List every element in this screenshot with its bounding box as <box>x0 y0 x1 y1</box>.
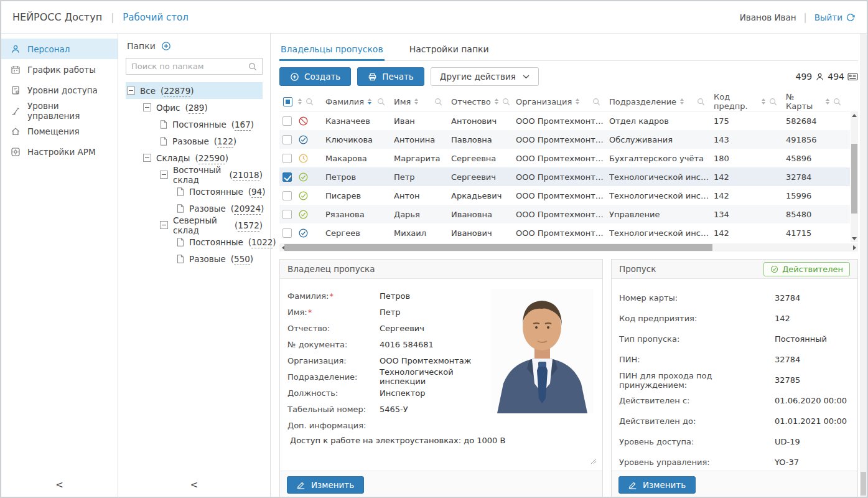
column-header[interactable]: Организация <box>516 97 609 106</box>
tab-label: Настройки папки <box>409 44 489 54</box>
column-search-icon[interactable] <box>434 98 442 106</box>
collapse-box-icon[interactable] <box>143 103 151 111</box>
sidebar-item[interactable]: График работы <box>1 59 118 80</box>
scroll-up-arrow[interactable] <box>851 111 858 119</box>
cell-last-name: Ключикова <box>325 135 394 144</box>
table-row[interactable]: Писарев Антон Аркадьевич ООО Промтехмонт… <box>279 186 850 205</box>
valid-check-icon <box>770 265 778 273</box>
page-scrollbar-thumb[interactable] <box>861 472 866 496</box>
column-header[interactable]: Код предпр. <box>714 92 786 111</box>
logout-button[interactable]: Выйти <box>814 12 856 22</box>
tree-item[interactable]: Все (22879) <box>126 82 263 99</box>
row-checkbox[interactable] <box>282 228 292 238</box>
table-vertical-scrollbar[interactable] <box>851 111 858 242</box>
table-row[interactable]: Казначеев Иван Антонович ООО Промтехмонт… <box>279 111 850 130</box>
column-header[interactable]: № Карты <box>786 92 850 111</box>
page-scrollbar[interactable] <box>860 34 867 497</box>
row-checkbox[interactable] <box>282 191 292 200</box>
create-button[interactable]: Создать <box>279 67 351 86</box>
column-search-icon[interactable] <box>769 98 777 106</box>
search-icon[interactable] <box>248 62 257 71</box>
vertical-scrollbar-thumb[interactable] <box>851 144 857 214</box>
collapse-box-icon[interactable] <box>143 154 151 162</box>
sort-icon[interactable] <box>762 98 765 105</box>
tree-item[interactable]: Постоянные (1022) <box>126 233 263 250</box>
print-button[interactable]: Печать <box>357 67 424 86</box>
tree-item[interactable]: Разовые (550) <box>126 250 263 267</box>
sidebar-item[interactable]: Персонал <box>1 39 118 59</box>
tree-item[interactable]: Разовые (122) <box>126 133 263 149</box>
tab[interactable]: Настройки папки <box>408 40 490 60</box>
sort-icon[interactable] <box>826 98 829 105</box>
tree-item[interactable]: Склады (22590) <box>126 149 263 166</box>
table-row[interactable]: Макарова Маргарита Сергеевна ООО Промтех… <box>279 149 850 167</box>
tree-item[interactable]: Разовые (20924) <box>126 200 263 217</box>
collapse-box-icon[interactable] <box>160 171 168 179</box>
select-all-checkbox[interactable] <box>283 97 292 106</box>
sort-icon[interactable] <box>680 98 684 105</box>
scroll-down-arrow[interactable] <box>851 235 858 242</box>
tree-item[interactable]: Северный склад (1572) <box>126 217 263 233</box>
file-icon <box>177 187 184 196</box>
tree-item[interactable]: Офис (289) <box>126 99 263 116</box>
scroll-right-arrow[interactable] <box>851 243 858 251</box>
column-search-icon[interactable] <box>592 98 600 106</box>
row-checkbox[interactable] <box>282 172 292 182</box>
field-row: Номер карты: 32784 <box>619 288 850 308</box>
tree-item[interactable]: Постоянные (94) <box>126 183 263 200</box>
table-row[interactable]: Сергеев Михаил Иванович ООО Промтехмонта… <box>279 223 850 242</box>
table-row[interactable]: Петров Петр Сергеевич ООО Промтехмонтаж … <box>279 167 850 186</box>
column-header-label: Организация <box>516 97 572 106</box>
column-search-icon[interactable] <box>697 98 705 106</box>
tree-item[interactable]: Восточный склад (21018) <box>126 166 263 183</box>
status-column-header[interactable] <box>298 98 325 106</box>
workspace-link[interactable]: Рабочий стол <box>123 12 189 23</box>
sort-icon[interactable] <box>414 98 418 105</box>
column-header[interactable]: Имя <box>394 97 451 106</box>
collapse-box-icon[interactable] <box>160 221 168 229</box>
cell-middle-name: Аркадьевич <box>451 191 516 200</box>
table-row[interactable]: Рязанова Дарья Ивановна ООО Промтехмонта… <box>279 205 850 223</box>
row-checkbox[interactable] <box>282 116 292 126</box>
column-search-icon[interactable] <box>306 98 314 106</box>
folders-collapse-icon[interactable]: < <box>118 479 270 491</box>
column-search-icon[interactable] <box>377 98 385 106</box>
field-value: Сергеевич <box>380 324 424 333</box>
column-search-icon[interactable] <box>833 98 841 106</box>
row-checkbox[interactable] <box>282 154 292 163</box>
collapse-box-icon[interactable] <box>127 87 135 95</box>
sidebar-item[interactable]: Помещения <box>1 121 118 141</box>
horizontal-scrollbar-thumb[interactable] <box>284 244 712 251</box>
sort-icon[interactable] <box>576 98 579 105</box>
chevron-down-icon <box>523 75 530 79</box>
content-area: Персонал График работы <box>1 34 867 497</box>
add-folder-icon[interactable] <box>161 41 171 51</box>
sidebar-item[interactable]: Настройки АРМ <box>1 141 118 162</box>
column-header[interactable]: Фамилия <box>325 97 394 106</box>
sort-icon[interactable] <box>368 98 371 105</box>
edit-pass-button[interactable]: Изменить <box>618 476 696 494</box>
sort-icon[interactable] <box>298 98 302 105</box>
column-search-icon[interactable] <box>502 98 510 106</box>
sidebar-collapse-icon[interactable]: < <box>1 479 118 491</box>
tree-item-label: Разовые <box>172 136 209 146</box>
sort-icon[interactable] <box>495 98 498 105</box>
row-checkbox[interactable] <box>282 135 292 144</box>
sidebar-item[interactable]: Уровни управления <box>1 100 118 121</box>
cell-company-code: 142 <box>714 228 786 238</box>
table-horizontal-scrollbar[interactable] <box>279 243 858 251</box>
edit-cardholder-button[interactable]: Изменить <box>287 476 364 494</box>
column-header[interactable]: Подразделение <box>609 97 714 106</box>
cell-middle-name: Павловна <box>451 135 516 144</box>
sidebar-item[interactable]: Уровни доступа <box>1 80 118 100</box>
more-actions-button[interactable]: Другие действия <box>431 67 539 86</box>
folder-search-input[interactable] <box>126 62 248 71</box>
column-header[interactable]: Отчество <box>451 97 516 106</box>
table-row[interactable]: Ключикова Антонина Павловна ООО Промтехм… <box>279 130 850 149</box>
tab[interactable]: Владельцы пропусков <box>279 40 385 60</box>
tree-item[interactable]: Постоянные (167) <box>126 116 263 133</box>
resize-handle-icon[interactable] <box>590 457 597 466</box>
row-checkbox[interactable] <box>282 210 292 219</box>
field-row: Действителен до: 01.01.2021 00:00 <box>619 411 850 431</box>
extra-info-value[interactable]: Доступ к работе на электроустановках: до… <box>287 436 595 445</box>
